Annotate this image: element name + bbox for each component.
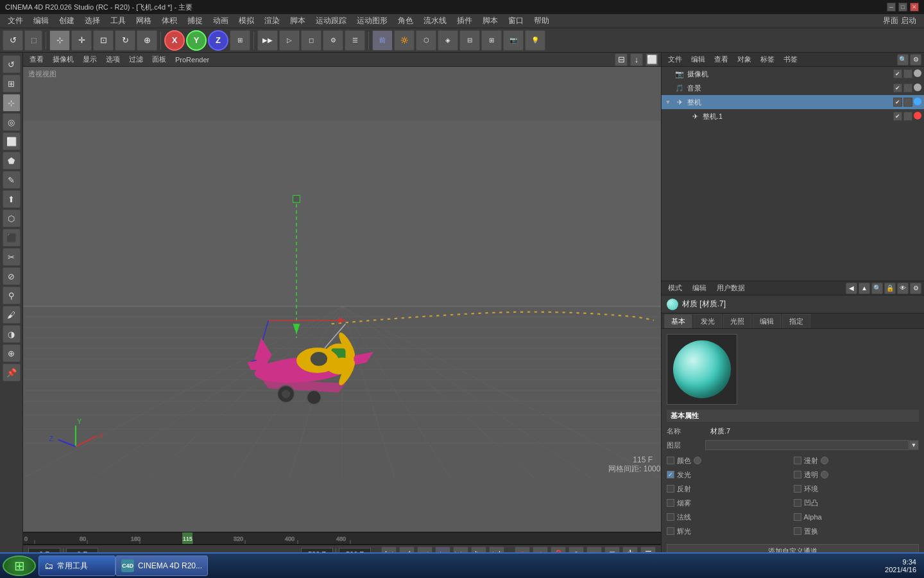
- axis-z-btn[interactable]: Z: [208, 30, 228, 51]
- menu-volume[interactable]: 体积: [157, 14, 182, 28]
- om-object-tab[interactable]: 对象: [733, 54, 755, 65]
- scene-lock-btn[interactable]: [903, 83, 912, 92]
- tool-extrude[interactable]: ⬆: [3, 190, 21, 208]
- cam-vis-btn[interactable]: ✔: [893, 69, 902, 78]
- render-queue-btn[interactable]: ☰: [345, 30, 365, 51]
- mat-settings2-btn[interactable]: ⚙: [910, 283, 921, 294]
- camera2-btn[interactable]: 📷: [503, 30, 524, 51]
- mat-up-btn[interactable]: ▲: [859, 283, 870, 294]
- object-row-plane1[interactable]: ✈ 整机.1 ✔: [662, 109, 924, 123]
- vp-camera-tab[interactable]: 摄像机: [49, 54, 78, 65]
- tool-live-select[interactable]: ◎: [3, 113, 21, 131]
- render-btn[interactable]: ▷: [279, 30, 300, 51]
- taskbar-common-tools[interactable]: 🗂 常用工具: [38, 556, 116, 576]
- menu-pipeline[interactable]: 流水线: [418, 14, 452, 28]
- tool-poly-select[interactable]: ⬟: [3, 152, 21, 170]
- object-row-camera[interactable]: 📷 摄像机 ✔: [662, 67, 924, 81]
- om-bookmark-tab[interactable]: 书签: [780, 54, 801, 65]
- close-btn[interactable]: ✕: [910, 3, 919, 12]
- mat-glow2-check[interactable]: [667, 527, 674, 535]
- menu-tools[interactable]: 工具: [105, 14, 131, 28]
- menu-script2[interactable]: 脚本: [477, 14, 503, 28]
- mat-lock-btn[interactable]: 🔒: [884, 283, 896, 294]
- mat-tab-illum[interactable]: 光照: [723, 314, 751, 328]
- mat-mode-tab[interactable]: 模式: [664, 283, 686, 293]
- axis-x-btn[interactable]: X: [164, 30, 185, 51]
- taskbar-cinema4d[interactable]: C4D CINEMA 4D R20...: [116, 556, 208, 576]
- menu-plugins[interactable]: 插件: [452, 14, 477, 28]
- mat-edit-tab[interactable]: 编辑: [689, 283, 710, 293]
- interface-label[interactable]: 界面: [883, 15, 898, 26]
- vp-panel-tab[interactable]: 面板: [148, 54, 170, 65]
- mat-glow-check[interactable]: ✓: [667, 471, 674, 478]
- tool-undo-icon[interactable]: ↺: [3, 55, 21, 73]
- menu-select[interactable]: 选择: [80, 14, 105, 28]
- grid-btn[interactable]: ⊞: [481, 30, 502, 51]
- mat-fog-check[interactable]: [667, 499, 674, 507]
- om-tag-tab[interactable]: 标签: [757, 54, 778, 65]
- start-button[interactable]: ⊞: [3, 556, 36, 576]
- mat-tab-assign[interactable]: 指定: [782, 314, 810, 328]
- tool-loop-cut[interactable]: ⊘: [3, 267, 21, 285]
- om-view-tab[interactable]: 查看: [710, 54, 732, 65]
- tool-pin[interactable]: 📌: [3, 363, 21, 381]
- mat-userdata-tab[interactable]: 用户数据: [713, 283, 749, 293]
- light-btn[interactable]: 💡: [525, 30, 545, 51]
- mat-bump-check[interactable]: [794, 499, 801, 507]
- axis-y-btn[interactable]: Y: [186, 30, 207, 51]
- vp-frame-btn[interactable]: ↓: [630, 53, 643, 66]
- select-tool[interactable]: ⊹: [49, 30, 70, 51]
- redo-btn[interactable]: ⬚: [24, 30, 42, 51]
- mat-tab-glow[interactable]: 发光: [694, 314, 722, 328]
- mat-layer-btn[interactable]: ▼: [909, 440, 919, 450]
- menu-character[interactable]: 角色: [393, 14, 418, 28]
- tool-rect-select[interactable]: ⬜: [3, 132, 21, 150]
- tool-magnet[interactable]: ⚲: [3, 286, 21, 304]
- tool-bevel[interactable]: ⬡: [3, 209, 21, 227]
- tool-select-icon[interactable]: ⊹: [3, 94, 21, 112]
- minimize-btn[interactable]: ─: [887, 3, 896, 12]
- texture-btn[interactable]: ◈: [438, 30, 458, 51]
- mat-reflect-check[interactable]: [667, 485, 674, 493]
- vp-view-tab[interactable]: 查看: [26, 54, 47, 65]
- vp-maximize-btn[interactable]: ⬜: [646, 53, 658, 66]
- maximize-btn[interactable]: □: [898, 3, 907, 12]
- start-label[interactable]: 启动: [901, 15, 916, 26]
- move-tool[interactable]: ✛: [71, 30, 92, 51]
- mat-normal-check[interactable]: [667, 513, 674, 521]
- menu-create[interactable]: 创建: [54, 14, 80, 28]
- mat-alpha-check[interactable]: [794, 513, 801, 521]
- tool-knife[interactable]: ✂: [3, 248, 21, 266]
- mat-tab-editor[interactable]: 编辑: [753, 314, 781, 328]
- vp-options-tab[interactable]: 选项: [102, 54, 124, 65]
- vp-filter-tab[interactable]: 过滤: [125, 54, 147, 65]
- menu-motiontrack[interactable]: 运动跟踪: [311, 14, 352, 28]
- mat-eye-btn[interactable]: 👁: [897, 283, 909, 294]
- rotate-tool[interactable]: ↻: [115, 30, 135, 51]
- menu-file[interactable]: 文件: [3, 14, 28, 28]
- vp-prorender-tab[interactable]: ProRender: [171, 55, 213, 64]
- mat-diffuse-check[interactable]: [794, 457, 801, 464]
- mat-tab-basic[interactable]: 基本: [664, 314, 692, 328]
- render-region-btn[interactable]: ▶▶: [257, 30, 278, 51]
- menu-window[interactable]: 窗口: [503, 14, 529, 28]
- object-row-scene[interactable]: 🎵 音景 ✔: [662, 81, 924, 95]
- menu-mesh[interactable]: 网格: [131, 14, 157, 28]
- menu-animation[interactable]: 动画: [208, 14, 234, 28]
- object-row-plane[interactable]: ▼ ✈ 整机 ✔: [662, 95, 924, 109]
- plane1-vis-btn[interactable]: ✔: [893, 112, 902, 121]
- render-settings-btn[interactable]: ⚙: [323, 30, 343, 51]
- menu-script[interactable]: 脚本: [285, 14, 311, 28]
- vp-display-tab[interactable]: 显示: [79, 54, 101, 65]
- om-edit-tab[interactable]: 编辑: [687, 54, 709, 65]
- menu-edit[interactable]: 编辑: [28, 14, 54, 28]
- scene-vis-btn[interactable]: ✔: [893, 83, 902, 92]
- om-settings-btn[interactable]: ⚙: [910, 54, 921, 66]
- om-file-tab[interactable]: 文件: [664, 54, 686, 65]
- menu-mograph[interactable]: 运动图形: [352, 14, 393, 28]
- viewport-3d[interactable]: 透视视图: [23, 67, 661, 532]
- tool-bridge[interactable]: ⬛: [3, 229, 21, 247]
- shading-btn[interactable]: 🔆: [394, 30, 415, 51]
- menu-help[interactable]: 帮助: [529, 14, 554, 28]
- transform-tool[interactable]: ⊕: [137, 30, 157, 51]
